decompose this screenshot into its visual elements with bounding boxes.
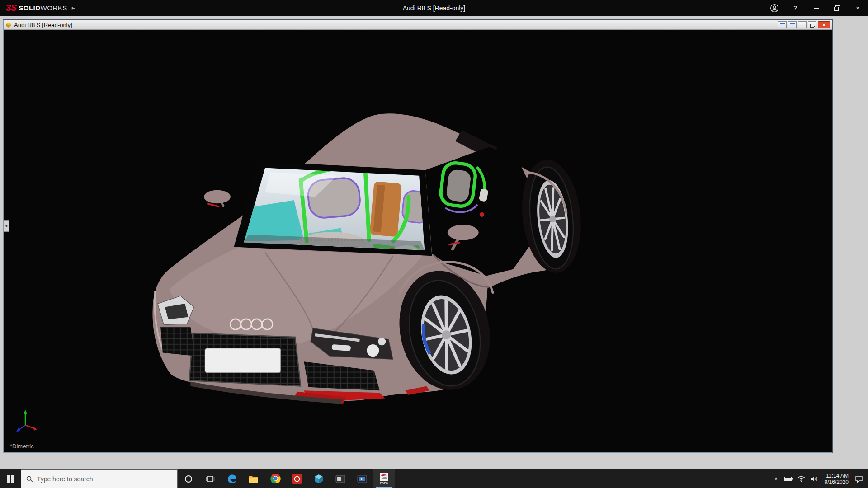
chevron-up-icon: ∧	[774, 476, 778, 482]
doc-close-button[interactable]: ×	[818, 21, 830, 28]
panel-collapse-icon: ◀	[5, 224, 7, 228]
account-button[interactable]	[764, 0, 785, 16]
solidworks-version-badge: 2020	[380, 481, 388, 485]
action-center-button[interactable]	[853, 469, 865, 488]
license-plate	[205, 348, 280, 373]
doc-next-window-button[interactable]	[788, 21, 797, 28]
app-window-controls: ? ×	[764, 0, 868, 16]
user-circle-icon	[770, 4, 779, 13]
clock-date: 9/16/2020	[825, 479, 849, 485]
viewport-3d[interactable]: *Dimetric ◀	[4, 30, 832, 452]
windows-logo-icon	[7, 475, 14, 483]
window-app-button[interactable]	[330, 469, 351, 488]
window-icon	[790, 23, 795, 27]
taskbar-clock[interactable]: 11:14 AM 9/16/2020	[821, 473, 853, 485]
document-window-controls: ×	[778, 21, 830, 28]
media-app-button[interactable]	[351, 469, 373, 488]
window-icon	[780, 23, 785, 27]
brand-name: SOLIDWORKS	[19, 4, 67, 12]
close-icon: ×	[856, 5, 859, 12]
edge-button[interactable]	[221, 469, 243, 488]
part-file-icon	[5, 22, 12, 28]
chrome-icon	[270, 474, 281, 484]
solidworks-icon	[380, 473, 388, 481]
left-mirror[interactable]	[204, 190, 231, 207]
edge-icon	[226, 474, 237, 484]
taskbar: 2020 ∧	[0, 469, 868, 488]
battery-icon	[784, 476, 793, 481]
triad-axes-icon	[14, 409, 38, 434]
restore-icon	[810, 23, 815, 27]
window-app-icon	[335, 474, 345, 484]
doc-restore-button[interactable]	[808, 21, 816, 28]
help-button[interactable]: ?	[785, 0, 806, 16]
start-button[interactable]	[0, 469, 21, 488]
media-app-icon	[357, 474, 367, 484]
restore-button[interactable]	[826, 0, 847, 16]
cortana-button[interactable]	[178, 469, 199, 488]
file-explorer-button[interactable]	[243, 469, 264, 488]
cube-app-button[interactable]	[308, 469, 330, 488]
app-window-title: Audi R8 S [Read-only]	[0, 5, 868, 12]
wifi-icon	[797, 476, 805, 482]
panel-collapse-arrow[interactable]: ◀	[4, 220, 9, 232]
action-center-icon	[855, 475, 863, 483]
audi-r8-model[interactable]	[4, 30, 832, 452]
close-icon: ×	[822, 22, 825, 28]
search-icon	[26, 475, 33, 483]
minimize-icon	[814, 8, 819, 9]
minimize-button[interactable]	[806, 0, 826, 16]
speaker-icon	[811, 476, 818, 482]
left-intake	[160, 327, 195, 356]
document-titlebar[interactable]: Audi R8 S [Read-only] ×	[4, 20, 832, 30]
file-explorer-icon	[248, 474, 259, 484]
dassault-logo-icon: ЗS	[5, 3, 16, 13]
network-button[interactable]	[795, 469, 808, 488]
view-orientation-label: *Dimetric	[10, 443, 34, 450]
restore-icon	[834, 5, 840, 10]
document-title: Audi R8 S [Read-only]	[14, 22, 72, 28]
volume-button[interactable]	[808, 469, 821, 488]
document-window: Audi R8 S [Read-only] ×	[3, 20, 832, 453]
search-input[interactable]	[37, 475, 177, 483]
battery-button[interactable]	[783, 469, 795, 488]
reference-triad[interactable]	[14, 409, 38, 436]
app-titlebar: ЗS SOLIDWORKS ▶ Audi R8 S [Read-only] ? …	[0, 0, 868, 16]
cortana-icon	[184, 474, 193, 483]
red-app-icon	[292, 474, 302, 484]
doc-previous-window-button[interactable]	[778, 21, 787, 28]
help-icon: ?	[793, 5, 797, 12]
red-app-button[interactable]	[286, 469, 308, 488]
chrome-button[interactable]	[264, 469, 286, 488]
doc-minimize-button[interactable]	[798, 21, 807, 28]
hidden-icons-button[interactable]: ∧	[770, 469, 783, 488]
system-tray: ∧	[770, 469, 868, 488]
task-view-button[interactable]	[199, 469, 221, 488]
side-blade[interactable]	[425, 147, 537, 276]
solidworks-2020-button[interactable]: 2020	[373, 469, 395, 488]
menu-expand-arrow-icon[interactable]: ▶	[72, 6, 75, 10]
screen: ЗS SOLIDWORKS ▶ Audi R8 S [Read-only] ? …	[0, 0, 868, 488]
taskbar-search[interactable]	[21, 469, 178, 488]
cube-app-icon	[314, 474, 324, 484]
clock-time: 11:14 AM	[826, 473, 849, 479]
close-button[interactable]: ×	[847, 0, 868, 16]
task-view-icon	[206, 474, 215, 483]
minimize-icon	[801, 25, 804, 25]
solidworks-logo: ЗS SOLIDWORKS	[0, 3, 67, 13]
